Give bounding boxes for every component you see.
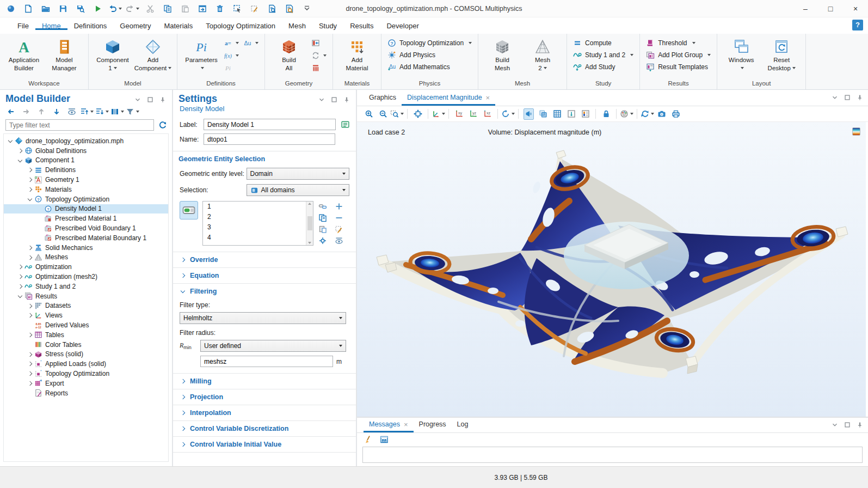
tree-expander-icon[interactable]: [26, 382, 34, 385]
tree-expander-icon[interactable]: [26, 178, 34, 181]
hdr-box-icon[interactable]: [146, 96, 154, 103]
tree-item-definitions[interactable]: Definitions: [4, 165, 168, 175]
tree-item-prescribed-void-boundary-1[interactable]: Prescribed Void Boundary 1: [4, 223, 168, 233]
section-projection[interactable]: Projection: [173, 389, 356, 405]
filter-radius-input[interactable]: [200, 356, 333, 367]
tree-expander-icon[interactable]: [16, 149, 24, 152]
dropdown-caret-icon[interactable]: [119, 8, 122, 10]
tree-expander-icon[interactable]: [6, 140, 14, 142]
tree-item-materials[interactable]: Materials: [4, 185, 168, 194]
dropdown-caret-icon[interactable]: [630, 113, 633, 115]
label-field[interactable]: [204, 119, 336, 130]
window-arrow-icon[interactable]: [197, 3, 207, 14]
tree-expander-icon[interactable]: [16, 295, 24, 297]
broom-icon[interactable]: [364, 434, 374, 446]
menu-tab-study[interactable]: Study: [312, 22, 343, 30]
grid-box-icon[interactable]: [552, 108, 562, 120]
hdr-pin-icon[interactable]: [856, 94, 864, 101]
selection-select[interactable]: All domains: [247, 184, 349, 196]
close-tab-icon[interactable]: ×: [404, 417, 408, 432]
undo-icon[interactable]: [108, 3, 117, 14]
tree-expander-icon[interactable]: [26, 304, 34, 308]
camera-icon[interactable]: [656, 108, 667, 120]
dropdown-caret-icon[interactable]: [442, 113, 445, 115]
zoom-in-icon[interactable]: [364, 108, 374, 120]
menu-tab-definitions[interactable]: Definitions: [67, 22, 114, 30]
msg-window-icon[interactable]: [379, 434, 389, 446]
view-xz-icon[interactable]: xz: [482, 108, 493, 120]
tab-displacement-magnitude[interactable]: Displacement Magnitude×: [402, 89, 495, 106]
maximize-button[interactable]: □: [818, 0, 843, 17]
sync-button[interactable]: [311, 51, 327, 60]
tree-item-topology-optimization[interactable]: ?Topology Optimization: [4, 194, 168, 204]
insert-sequence-button[interactable]: [311, 39, 327, 47]
help-icon[interactable]: ?: [852, 20, 863, 30]
section-interpolation[interactable]: Interpolation: [173, 405, 356, 420]
geometric-entity-level-select[interactable]: Domain: [247, 168, 349, 180]
hdr-caret-icon[interactable]: [831, 421, 839, 429]
tree-expander-icon[interactable]: [26, 256, 34, 259]
zoom-out-icon[interactable]: [378, 108, 388, 120]
tree-item-datasets[interactable]: Datasets: [4, 301, 168, 311]
study-1-and-2-button[interactable]: Study 1 and 2: [573, 51, 633, 59]
show-eye-icon[interactable]: [66, 106, 77, 117]
run-icon[interactable]: [93, 3, 103, 14]
view-xy-icon[interactable]: xy: [454, 108, 464, 120]
build-mesh-button[interactable]: BuildMesh: [482, 35, 522, 72]
hdr-pin-icon[interactable]: [159, 96, 167, 103]
save-find-icon[interactable]: [75, 3, 85, 14]
tree-expander-icon[interactable]: [26, 372, 34, 375]
tab-messages[interactable]: Messages×: [364, 416, 414, 432]
nav-up-icon[interactable]: [36, 106, 46, 117]
tree-expander-icon[interactable]: [16, 285, 24, 288]
tree-item-prescribed-material-1[interactable]: Prescribed Material 1: [4, 213, 168, 223]
selection-list-scrollbar[interactable]: [306, 202, 313, 245]
tree-expander-icon[interactable]: [26, 188, 34, 191]
section-control-variable-discretization[interactable]: Control Variable Discretization: [173, 420, 356, 436]
funnel-icon[interactable]: [126, 106, 134, 117]
tree-item-optimization-mesh2-[interactable]: Optimization (mesh2): [4, 272, 168, 282]
topology-optimization-button[interactable]: ?Topology Optimization: [387, 39, 472, 47]
dropdown-caret-icon[interactable]: [90, 111, 94, 113]
add-plot-group-button[interactable]: Add Plot Group: [646, 51, 711, 59]
chain-icon[interactable]: [318, 201, 328, 212]
add-component-button[interactable]: AddComponent: [133, 35, 173, 72]
tree-expander-icon[interactable]: [16, 160, 24, 162]
tree-item-tables[interactable]: Tables: [4, 330, 168, 340]
hdr-box-icon[interactable]: [844, 421, 851, 429]
variables-a-button[interactable]: a=: [224, 39, 239, 47]
menu-tab-topology-optimization[interactable]: Topology Optimization: [199, 22, 282, 30]
zoom-sel-icon[interactable]: [318, 235, 328, 247]
dropdown-caret-icon[interactable]: [651, 113, 654, 115]
doc-search-icon[interactable]: [284, 3, 294, 14]
close-button[interactable]: ×: [843, 0, 868, 17]
tree-expander-icon[interactable]: [26, 198, 34, 200]
tree-item-topology-optimization[interactable]: *Topology Optimization: [4, 369, 168, 379]
tree-item-applied-loads-solid-[interactable]: *Applied Loads (solid): [4, 359, 168, 369]
brush-icon[interactable]: [334, 224, 344, 235]
palette-icon[interactable]: [620, 108, 629, 120]
tree-item-drone-topology-optimization-mph[interactable]: drone_topology_optimization.mph: [4, 136, 168, 146]
collapse-down-icon[interactable]: [95, 106, 104, 117]
refresh-icon[interactable]: [157, 120, 168, 130]
refresh-blue-icon[interactable]: [641, 108, 649, 120]
add-material-button[interactable]: AddMaterial: [337, 35, 377, 72]
menu-tab-geometry[interactable]: Geometry: [113, 22, 157, 30]
lock-icon[interactable]: [601, 108, 611, 120]
tree-expander-icon[interactable]: [26, 246, 34, 249]
save-icon[interactable]: [58, 3, 68, 14]
selection-list-item[interactable]: 1: [203, 202, 313, 212]
zoom-box-icon[interactable]: [390, 108, 399, 120]
section-milling[interactable]: Milling: [173, 373, 356, 389]
paste2-icon[interactable]: [318, 224, 328, 235]
selection-list-item[interactable]: 3: [203, 222, 313, 233]
add-mathematics-button[interactable]: ΔuAdd Mathematics: [387, 63, 472, 71]
zoom-extents-icon[interactable]: [413, 108, 423, 120]
section-equation[interactable]: Equation: [173, 267, 356, 283]
filter-input[interactable]: [5, 119, 154, 131]
tree-item-results[interactable]: Results: [4, 291, 168, 301]
geometric-entity-selection-header[interactable]: Geometric Entity Selection: [173, 151, 356, 166]
open-folder-icon[interactable]: [40, 3, 51, 14]
menu-tab-results[interactable]: Results: [343, 22, 380, 30]
deselect-rect-icon[interactable]: [249, 3, 260, 14]
